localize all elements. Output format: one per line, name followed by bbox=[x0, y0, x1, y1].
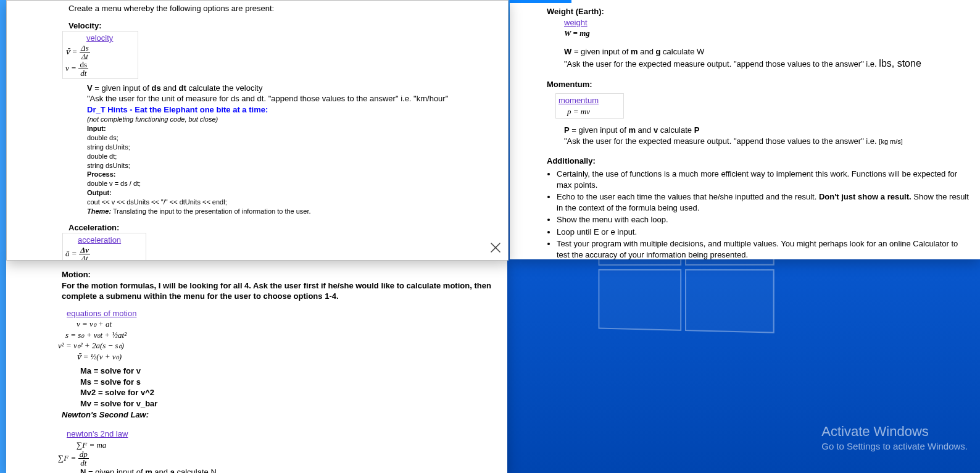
weight-given-line: W = given input of m and g calculate W bbox=[564, 46, 969, 57]
momentum-heading: Momentum: bbox=[547, 79, 969, 90]
hint-title: Dr_T Hints - Eat the Elephant one bite a… bbox=[87, 104, 497, 115]
hint-theme: Theme: Translating the input to the pres… bbox=[87, 207, 497, 216]
velocity-link[interactable]: velocity bbox=[86, 33, 113, 43]
hint-l6: cout << v << dsUnits << "/" << dtUnits <… bbox=[87, 198, 497, 207]
motion-mv: Mv = solve for v_bar bbox=[80, 398, 496, 409]
weight-heading: Weight (Earth): bbox=[547, 6, 969, 17]
document-window-right: Weight (Earth): weight W = mg W = given … bbox=[510, 0, 980, 259]
motion-eq3: v² = v₀² + 2a(s − s₀) bbox=[58, 340, 496, 351]
motion-eq1: v = v₀ + at bbox=[77, 319, 496, 330]
motion-mv2: Mv2 = solve for v^2 bbox=[80, 387, 496, 398]
hint-l1: double ds; bbox=[87, 133, 497, 143]
velocity-given-line: V = given input of ds and dt calculate t… bbox=[87, 83, 497, 94]
hint-l4: string dsUnits; bbox=[87, 161, 497, 170]
acceleration-heading: Acceleration: bbox=[69, 222, 497, 233]
resize-handle-icon[interactable] bbox=[489, 241, 502, 254]
weight-eq: W = mg bbox=[564, 28, 590, 38]
activate-windows-watermark: Activate Windows Go to Settings to activ… bbox=[821, 424, 968, 451]
desktop-background: Activate Windows Go to Settings to activ… bbox=[0, 0, 980, 473]
motion-ma: Ma = solve for v bbox=[80, 366, 496, 377]
newton-given-line: N = given input of m and a calculate N bbox=[80, 467, 496, 473]
momentum-ask-line: "Ask the user for the expected measure o… bbox=[564, 136, 969, 147]
hint-l5: double v = ds / dt; bbox=[87, 179, 497, 188]
motion-intro: For the motion formulas, I will be looki… bbox=[62, 280, 496, 302]
hint-process-h: Process: bbox=[87, 170, 115, 178]
newton-eq2: ∑F = dpdt bbox=[58, 450, 496, 467]
accel-formula-1: ā = ΔvΔt bbox=[65, 246, 121, 261]
weight-link[interactable]: weight bbox=[564, 18, 588, 27]
bullet-3: Show the menu with each loop. bbox=[557, 214, 969, 225]
bullet-1: Certainly, the use of functions is a muc… bbox=[557, 169, 969, 190]
motion-ms: Ms = solve for s bbox=[80, 377, 496, 388]
document-window-middle: Motion: For the motion formulas, I will … bbox=[6, 259, 507, 473]
velocity-formula-2: v = dsdt bbox=[65, 61, 113, 77]
hint-output-h: Output: bbox=[87, 189, 112, 196]
velocity-ask-line: "Ask the user for the unit of measure fo… bbox=[87, 93, 497, 104]
hint-l3: double dt; bbox=[87, 152, 497, 161]
additionally-list: Certainly, the use of functions is a muc… bbox=[557, 169, 969, 259]
document-window-left: Create a menu whereby the following opti… bbox=[6, 0, 509, 261]
intro-text: Create a menu whereby the following opti… bbox=[69, 3, 497, 14]
velocity-heading: Velocity: bbox=[69, 20, 497, 31]
momentum-link[interactable]: momentum bbox=[559, 96, 599, 105]
motion-heading: Motion: bbox=[62, 269, 496, 280]
velocity-formula-1: v̄ = ΔsΔt bbox=[65, 44, 113, 61]
newton-eq1: ∑F = ma bbox=[77, 440, 496, 451]
bullet-2: Echo to the user each time the values th… bbox=[557, 191, 969, 213]
bullet-4: Loop until E or e input. bbox=[557, 227, 969, 238]
newton-link[interactable]: newton's 2nd law bbox=[67, 429, 128, 438]
activate-title: Activate Windows bbox=[821, 424, 968, 440]
newton-heading: Newton's Second Law: bbox=[62, 409, 496, 421]
motion-eq2: s = s₀ + v₀t + ½at² bbox=[65, 330, 496, 341]
bullet-5: Test your program with multiple decision… bbox=[557, 238, 969, 259]
acceleration-link[interactable]: acceleration bbox=[78, 235, 121, 245]
equations-of-motion-link[interactable]: equations of motion bbox=[67, 309, 136, 318]
activate-sub: Go to Settings to activate Windows. bbox=[821, 441, 968, 451]
hint-l2: string dsUnits; bbox=[87, 143, 497, 152]
hint-input-h: Input: bbox=[87, 125, 106, 132]
hint-note: (not completing functioning code, but cl… bbox=[87, 115, 497, 124]
additionally-heading: Additionally: bbox=[547, 156, 969, 167]
weight-ask-line: "Ask the user for the expected measure o… bbox=[564, 57, 969, 70]
momentum-eq: p = mv bbox=[567, 107, 590, 116]
motion-eq4: v̄ = ½(v + v₀) bbox=[77, 351, 496, 362]
momentum-given-line: P = given input of m and v calculate P bbox=[564, 125, 969, 136]
